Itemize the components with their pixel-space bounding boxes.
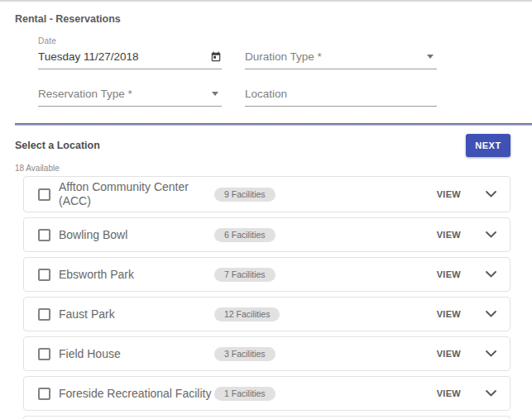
page-title: Rental - Reservations xyxy=(15,13,532,26)
chevron-down-icon xyxy=(486,350,496,357)
location-input[interactable] xyxy=(245,88,437,100)
reservation-type-placeholder: Reservation Type * xyxy=(38,88,132,100)
chevron-down-icon xyxy=(486,390,496,397)
expand-button[interactable] xyxy=(486,231,496,238)
chevron-down-icon xyxy=(486,191,496,198)
location-name: Ebsworth Park xyxy=(59,268,214,282)
facilities-badge: 12 Facilities xyxy=(214,307,280,321)
view-button[interactable]: VIEW xyxy=(437,349,461,359)
date-input[interactable] xyxy=(38,50,210,63)
location-name: Bowling Bowl xyxy=(59,228,214,242)
location-name: Faust Park xyxy=(59,307,214,321)
date-field-label: Date xyxy=(38,36,222,46)
view-button[interactable]: VIEW xyxy=(437,189,461,199)
dropdown-arrow-icon xyxy=(427,55,434,59)
location-card: Ebsworth Park 7 Facilities VIEW xyxy=(23,257,510,292)
chevron-down-icon xyxy=(486,311,496,317)
location-card-partial[interactable] xyxy=(23,416,510,419)
facilities-badge: 1 Facilities xyxy=(214,387,276,401)
expand-button[interactable] xyxy=(486,350,496,357)
expand-button[interactable] xyxy=(486,390,496,397)
expand-button[interactable] xyxy=(486,191,496,198)
chevron-down-icon xyxy=(486,271,496,278)
duration-type-placeholder: Duration Type * xyxy=(245,50,322,63)
location-checkbox[interactable] xyxy=(38,269,50,281)
location-checkbox[interactable] xyxy=(38,188,50,201)
calendar-icon xyxy=(210,51,222,63)
location-card: Foreside Recreational Facility 1 Facilit… xyxy=(23,376,510,411)
location-name: Field House xyxy=(59,347,214,361)
location-checkbox[interactable] xyxy=(38,388,50,400)
available-count: 18 Available xyxy=(15,164,532,174)
location-list: Affton Community Center (ACC) 9 Faciliti… xyxy=(23,176,510,411)
view-button[interactable]: VIEW xyxy=(437,230,461,240)
location-checkbox[interactable] xyxy=(38,348,50,360)
location-card: Faust Park 12 Facilities VIEW xyxy=(23,297,510,331)
reservation-type-select[interactable]: Reservation Type * xyxy=(38,86,222,107)
view-button[interactable]: VIEW xyxy=(437,269,461,279)
expand-button[interactable] xyxy=(486,271,496,278)
datepicker-toggle-button[interactable] xyxy=(210,51,222,63)
location-field[interactable] xyxy=(245,86,437,107)
location-checkbox[interactable] xyxy=(38,308,50,321)
facilities-badge: 9 Facilities xyxy=(214,188,276,202)
location-name: Affton Community Center (ACC) xyxy=(59,180,214,208)
location-card: Affton Community Center (ACC) 9 Faciliti… xyxy=(23,176,510,212)
location-card: Bowling Bowl 6 Facilities VIEW xyxy=(23,217,510,252)
reservation-form: Date Duration Type * Reserva xyxy=(38,36,532,107)
location-checkbox[interactable] xyxy=(38,229,50,241)
view-button[interactable]: VIEW xyxy=(437,309,461,319)
view-button[interactable]: VIEW xyxy=(437,388,461,398)
location-name: Foreside Recreational Facility xyxy=(59,387,214,401)
dropdown-arrow-icon xyxy=(212,92,218,96)
location-card: Field House 3 Facilities VIEW xyxy=(23,336,510,371)
expand-button[interactable] xyxy=(486,311,496,317)
chevron-down-icon xyxy=(486,231,496,238)
duration-type-select[interactable]: Duration Type * xyxy=(245,49,437,69)
select-location-heading: Select a Location xyxy=(15,140,100,151)
date-field[interactable]: Date xyxy=(38,36,222,69)
facilities-badge: 7 Facilities xyxy=(214,268,276,282)
rental-reservations-page: Rental - Reservations Date Duration Type… xyxy=(0,0,532,419)
facilities-badge: 6 Facilities xyxy=(214,228,276,242)
facilities-badge: 3 Facilities xyxy=(214,347,276,361)
section-divider xyxy=(15,123,532,126)
next-button[interactable]: NEXT xyxy=(466,134,510,157)
